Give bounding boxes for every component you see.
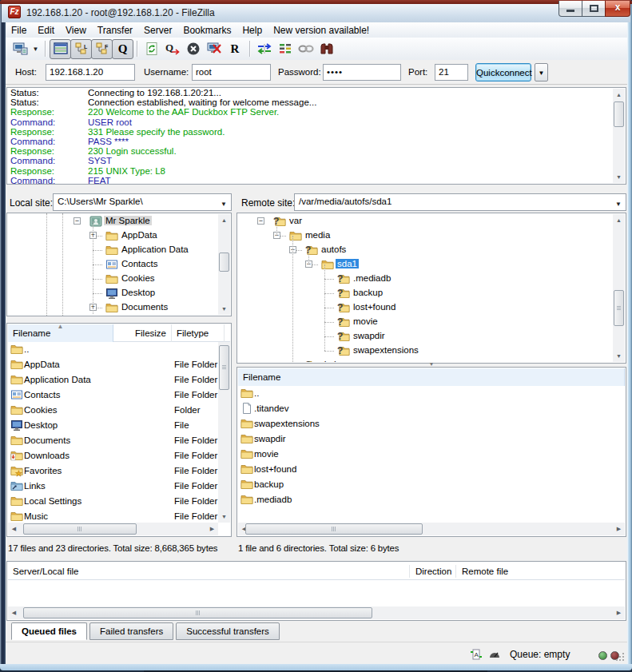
- file-row--[interactable]: ..: [8, 342, 218, 357]
- file-row-swapdir[interactable]: swapdir: [238, 431, 625, 447]
- file-row-documents[interactable]: DocumentsFile Folder: [8, 433, 218, 448]
- tree-expander-minus[interactable]: −: [257, 217, 264, 225]
- tab-failed-transfers[interactable]: Failed transfers: [89, 622, 173, 640]
- site-manager-icon[interactable]: [10, 39, 30, 58]
- folder-icon: [10, 343, 23, 356]
- scroll-down-icon[interactable]: ▼: [613, 171, 625, 183]
- menu-item-server[interactable]: Server: [138, 23, 177, 38]
- file-row--titandev[interactable]: .titandev: [238, 401, 625, 416]
- local-list-hscrollbar[interactable]: ◀ ▶: [8, 523, 218, 535]
- file-row-contacts[interactable]: ContactsFile Folder: [8, 388, 218, 403]
- file-row-cookies[interactable]: CookiesFolder: [8, 403, 218, 418]
- queue-status-text: Queue: empty: [510, 649, 570, 660]
- menu-item-view[interactable]: View: [60, 23, 92, 38]
- folder-icon: [105, 272, 118, 285]
- tree-item-swapextensions[interactable]: swapextensions: [237, 344, 613, 358]
- menu-item-transfer[interactable]: Transfer: [92, 23, 138, 38]
- host-input[interactable]: 192.168.1.20: [46, 64, 135, 81]
- tree-item-desktop[interactable]: Desktop: [7, 286, 218, 300]
- file-row--[interactable]: ..: [238, 386, 625, 401]
- tree-item-autofs[interactable]: −autofs: [237, 243, 613, 257]
- file-row-swapextensions[interactable]: swapextensions: [238, 416, 625, 431]
- file-row-links[interactable]: LinksFile Folder: [8, 479, 218, 494]
- remote-tree-toggle-icon[interactable]: F: [91, 39, 113, 59]
- tree-item--mediadb[interactable]: .mediadb: [237, 272, 613, 286]
- minimize-button[interactable]: [558, 1, 582, 17]
- file-row-desktop[interactable]: DesktopFile: [8, 418, 218, 433]
- tree-item-swapdir[interactable]: swapdir: [237, 329, 613, 344]
- local-tree-scrollbar[interactable]: ▲ ▼: [218, 214, 230, 315]
- menu-item-file[interactable]: File: [6, 23, 32, 38]
- file-row-music[interactable]: MusicFile Folder: [8, 509, 218, 523]
- quickconnect-bar: Host: 192.168.1.20 Username: root Passwo…: [6, 60, 627, 85]
- file-row-local-settings[interactable]: Local SettingsFile Folder: [8, 494, 218, 509]
- find-files-icon[interactable]: [296, 39, 316, 58]
- local-tree-toggle-icon[interactable]: L: [70, 39, 92, 59]
- process-queue-icon[interactable]: Q: [162, 39, 183, 58]
- file-row-appdata[interactable]: AppDataFile Folder: [8, 357, 218, 372]
- remote-site-combo[interactable]: /var/media/autofs/sda1▼: [294, 193, 626, 211]
- tree-item-contacts[interactable]: Contacts: [7, 257, 218, 272]
- tree-item-lost-found[interactable]: lost+found: [237, 300, 613, 315]
- file-row-movie[interactable]: movie: [238, 447, 625, 462]
- svg-text:F: F: [105, 44, 109, 50]
- password-input[interactable]: ••••: [323, 64, 401, 81]
- scroll-up-icon[interactable]: ▲: [613, 89, 625, 101]
- file-search-icon[interactable]: [316, 39, 337, 58]
- tree-item-application-data[interactable]: Application Data: [7, 243, 218, 257]
- tree-expander-minus[interactable]: −: [74, 217, 81, 225]
- column-header-filename[interactable]: Filename: [238, 368, 625, 386]
- column-header-server-local-file[interactable]: Server/Local file: [13, 567, 78, 576]
- quickconnect-dropdown-button[interactable]: ▼: [535, 63, 548, 82]
- menu-item-edit[interactable]: Edit: [32, 23, 60, 38]
- port-input[interactable]: 21: [435, 64, 468, 81]
- tree-item-documents[interactable]: +Documents: [7, 300, 218, 315]
- file-row-lost-found[interactable]: lost+found: [238, 462, 625, 477]
- menu-item-new-version-available-[interactable]: New version available!: [268, 23, 375, 38]
- file-row-backup[interactable]: backup: [238, 477, 625, 492]
- column-header-remote-file[interactable]: Remote file: [462, 567, 508, 576]
- message-log-toggle-icon[interactable]: [50, 39, 71, 59]
- file-row-application-data[interactable]: Application DataFile Folder: [8, 372, 218, 388]
- tree-item-mr-sparkle[interactable]: −Mr Sparkle: [7, 214, 218, 229]
- reconnect-icon[interactable]: R: [225, 39, 245, 58]
- tree-item-var[interactable]: −var: [237, 214, 613, 229]
- disconnect-icon[interactable]: [204, 39, 225, 58]
- tab-queued-files[interactable]: Queued files: [11, 622, 87, 640]
- refresh-icon[interactable]: [141, 39, 162, 58]
- file-row--mediadb[interactable]: .mediadb: [238, 492, 625, 507]
- tree-item-cookies[interactable]: Cookies: [7, 272, 218, 286]
- resize-grip[interactable]: [615, 652, 625, 662]
- tree-item-media[interactable]: −media: [237, 229, 613, 243]
- tree-item-movie[interactable]: movie: [237, 315, 613, 329]
- remote-tree-scrollbar[interactable]: ▲ ▼: [613, 214, 625, 362]
- tree-item-sda1[interactable]: −sda1: [237, 257, 613, 272]
- username-input[interactable]: root: [192, 64, 271, 81]
- remote-list-hscrollbar[interactable]: ◀ ▶: [238, 523, 625, 535]
- column-header-filename[interactable]: ▲Filename: [8, 324, 113, 342]
- close-button[interactable]: x: [605, 1, 630, 17]
- cancel-icon[interactable]: [183, 39, 204, 58]
- tab-successful-transfers[interactable]: Successful transfers: [176, 622, 280, 640]
- local-site-combo[interactable]: C:\Users\Mr Sparkle\▼: [53, 193, 232, 211]
- queue-toggle-icon[interactable]: Q: [112, 39, 133, 59]
- local-list-vscrollbar[interactable]: ▼: [218, 342, 230, 523]
- log-scrollbar[interactable]: ▲ ▼: [613, 89, 625, 183]
- directory-comparison-icon[interactable]: [275, 39, 296, 58]
- menu-item-bookmarks[interactable]: Bookmarks: [177, 23, 237, 38]
- title-bar[interactable]: Fz 192.168.1.20 - root@192.168.1.20 - Fi…: [2, 4, 630, 22]
- column-header-direction[interactable]: Direction: [415, 567, 451, 576]
- menu-item-help[interactable]: Help: [237, 23, 268, 38]
- file-row-favorites[interactable]: FavoritesFile Folder: [8, 463, 218, 479]
- tree-item-appdata[interactable]: +AppData: [7, 229, 218, 243]
- chevron-down-icon[interactable]: ▼: [30, 39, 41, 58]
- column-header-filetype[interactable]: Filetype: [172, 324, 225, 342]
- file-row-downloads[interactable]: DownloadsFile Folder: [8, 448, 218, 463]
- queue-hscrollbar[interactable]: ◀ ▶: [8, 606, 625, 619]
- synchronized-browsing-icon[interactable]: [254, 39, 275, 58]
- column-header-filesize[interactable]: Filesize: [113, 324, 172, 342]
- tree-item-backup[interactable]: backup: [237, 286, 613, 300]
- status-led-green: [598, 651, 607, 660]
- maximize-button[interactable]: [582, 1, 606, 17]
- quickconnect-button[interactable]: Quickconnect: [475, 63, 531, 82]
